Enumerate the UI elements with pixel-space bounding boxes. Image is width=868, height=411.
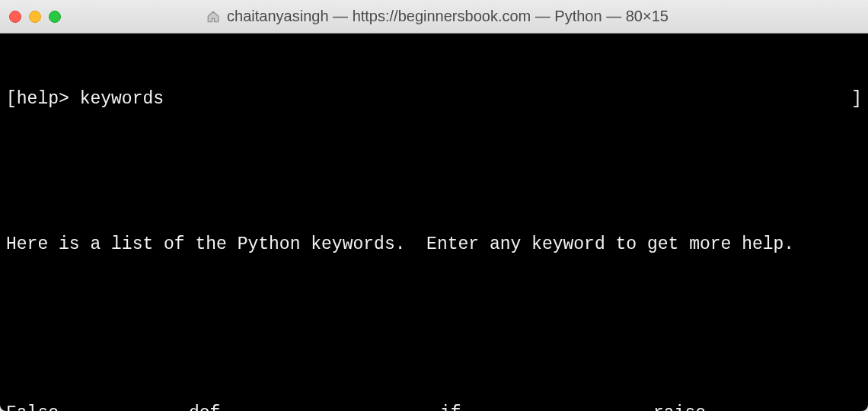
help-prompt-close: ] (851, 88, 862, 112)
help-prompt-open: [help> (6, 88, 80, 112)
window-title-wrap: chaitanyasingh — https://beginnersbook.c… (61, 8, 813, 25)
titlebar[interactable]: chaitanyasingh — https://beginnersbook.c… (0, 0, 868, 33)
command-line: [help> keywords] (6, 88, 862, 112)
blank-line (6, 305, 862, 330)
terminal-viewport[interactable]: [help> keywords] Here is a list of the P… (0, 33, 868, 411)
keyword: raise (653, 402, 862, 411)
close-icon[interactable] (9, 11, 21, 23)
minimize-icon[interactable] (29, 11, 41, 23)
keywords-grid: False def if raise None del import retur… (6, 402, 862, 411)
home-icon (206, 9, 221, 24)
traffic-lights (9, 11, 61, 23)
blank-line (6, 161, 862, 185)
window-title: chaitanyasingh — https://beginnersbook.c… (227, 8, 669, 25)
intro-text: Here is a list of the Python keywords. E… (6, 233, 862, 257)
keyword: def (189, 402, 440, 411)
command-entered: keywords (80, 88, 164, 112)
maximize-icon[interactable] (49, 11, 61, 23)
keyword: False (6, 402, 189, 411)
keyword: if (440, 402, 653, 411)
terminal-window: chaitanyasingh — https://beginnersbook.c… (0, 0, 868, 411)
